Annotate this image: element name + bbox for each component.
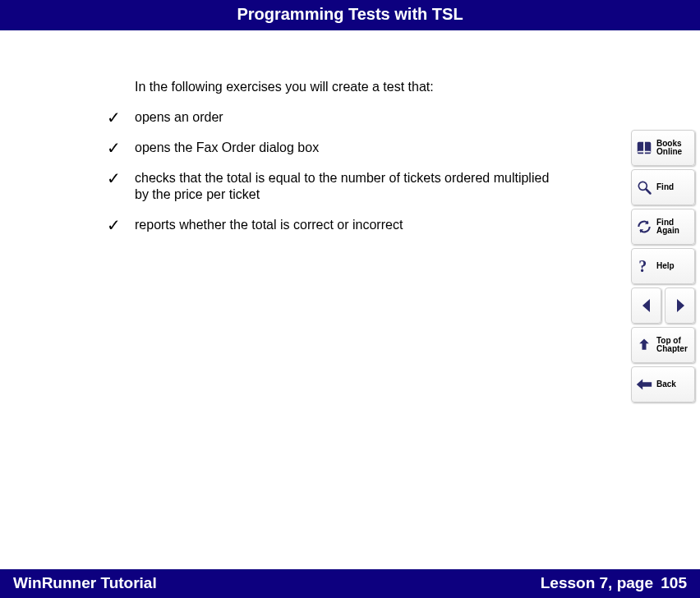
list-item: ✓ checks that the total is equal to the … [107, 170, 550, 205]
page-header: Programming Tests with TSL [0, 0, 700, 30]
books-icon [634, 138, 654, 158]
check-icon: ✓ [107, 170, 135, 186]
question-icon: ? [634, 256, 654, 276]
magnifier-icon [634, 177, 654, 197]
list-item-text: reports whether the total is correct or … [135, 217, 403, 234]
page-footer: WinRunner Tutorial Lesson 7, page 105 [0, 569, 700, 598]
books-online-button[interactable]: Books Online [631, 130, 695, 166]
arrow-up-icon [634, 335, 654, 355]
list-item-text: checks that the total is equal to the nu… [135, 170, 550, 205]
next-page-button[interactable] [665, 288, 695, 324]
check-icon: ✓ [107, 109, 135, 126]
find-button[interactable]: Find [631, 169, 695, 205]
list-item-text: opens an order [135, 109, 223, 126]
top-of-chapter-label: Top of Chapter [656, 337, 692, 354]
list-item: ✓ reports whether the total is correct o… [107, 217, 550, 234]
page-title: Programming Tests with TSL [237, 5, 463, 23]
list-item: ✓ opens an order [107, 109, 550, 126]
prev-page-button[interactable] [631, 288, 661, 324]
arrow-left-icon [634, 375, 654, 394]
sidebar: Books Online Find Find Again ? Help [631, 130, 695, 402]
footer-title: WinRunner Tutorial [13, 574, 157, 592]
intro-text: In the following exercises you will crea… [135, 80, 550, 94]
triangle-left-icon [637, 296, 656, 315]
back-button[interactable]: Back [631, 366, 695, 402]
help-button[interactable]: ? Help [631, 248, 695, 284]
back-label: Back [656, 380, 676, 389]
top-of-chapter-button[interactable]: Top of Chapter [631, 327, 695, 363]
svg-line-1 [647, 190, 651, 194]
refresh-icon [634, 217, 654, 237]
footer-page-info: Lesson 7, page 105 [541, 574, 687, 592]
triangle-right-icon [670, 296, 690, 315]
find-again-button[interactable]: Find Again [631, 209, 695, 245]
books-online-label: Books Online [656, 140, 692, 157]
help-label: Help [656, 262, 675, 271]
check-icon: ✓ [107, 217, 135, 233]
main-content: In the following exercises you will crea… [0, 30, 633, 234]
footer-page-number: 105 [661, 574, 687, 591]
svg-text:?: ? [638, 257, 647, 275]
find-label: Find [656, 183, 674, 192]
list-item-text: opens the Fax Order dialog box [135, 140, 319, 157]
list-item: ✓ opens the Fax Order dialog box [107, 140, 550, 157]
find-again-label: Find Again [656, 218, 692, 236]
footer-lesson: Lesson 7, page [541, 574, 653, 591]
check-icon: ✓ [107, 140, 135, 156]
